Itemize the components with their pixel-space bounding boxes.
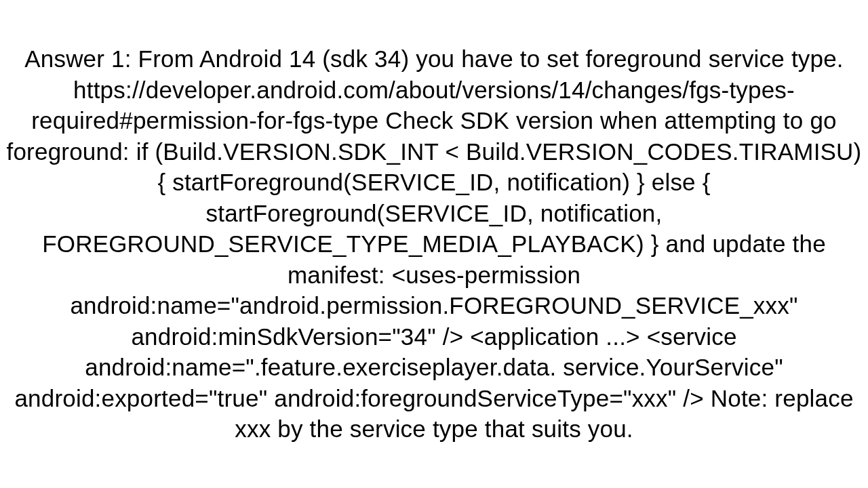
answer-body: Answer 1: From Android 14 (sdk 34) you h… (0, 43, 868, 445)
